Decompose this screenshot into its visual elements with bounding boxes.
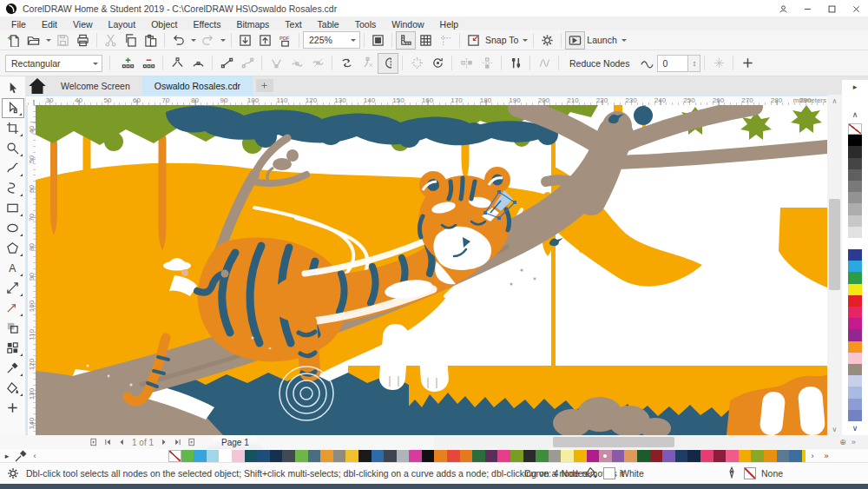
canvas[interactable] [36,105,827,435]
menu-file[interactable]: File [3,19,34,30]
color-swatch[interactable] [270,450,283,462]
new-tab-button[interactable] [256,79,273,92]
reverse-direction-button[interactable] [336,53,357,74]
color-swatch[interactable] [848,387,862,398]
tool-crop[interactable] [2,118,24,138]
color-swatch[interactable] [848,307,862,318]
palette-more-icon[interactable]: » [852,438,856,446]
menu-edit[interactable]: Edit [34,19,65,30]
color-swatch[interactable] [168,450,181,462]
color-swatch[interactable] [848,261,862,272]
menu-effects[interactable]: Effects [185,19,228,30]
cusp-node-button[interactable] [266,53,286,74]
color-swatch[interactable] [848,249,862,261]
color-swatch[interactable] [587,450,600,462]
page-tab[interactable]: Page 1 [207,435,263,449]
tool-bspline[interactable] [2,178,24,198]
preset-select[interactable]: Rectangular [5,55,102,72]
select-all-nodes-button[interactable] [708,53,729,74]
undo-button[interactable] [168,31,188,50]
color-swatch[interactable] [848,295,862,307]
menu-view[interactable]: View [65,19,101,30]
account-button[interactable] [771,0,795,17]
color-swatch[interactable] [207,450,220,462]
color-swatch[interactable] [848,123,862,135]
color-swatch[interactable] [650,450,663,462]
vertical-scrollbar[interactable]: ∧ ∨ [827,95,842,435]
launch-caret[interactable] [621,39,627,44]
tool-freehand[interactable] [2,158,24,178]
import-button[interactable] [235,31,255,50]
tab-document[interactable]: Oswaldo Rosales.cdr [142,76,253,95]
color-swatch[interactable] [434,450,447,462]
color-swatch[interactable] [848,146,862,157]
vertical-scroll-thumb[interactable] [829,199,840,290]
menu-layout[interactable]: Layout [101,19,144,30]
reflect-vertical-button[interactable] [477,53,497,74]
color-swatch[interactable] [848,192,862,203]
color-swatch[interactable] [713,450,727,462]
fullscreen-preview-button[interactable] [368,31,388,50]
color-swatch[interactable] [282,450,295,462]
color-swatch[interactable] [789,450,802,462]
color-swatch[interactable] [257,450,270,462]
scroll-up-icon[interactable]: ∧ [827,95,842,107]
tab-welcome-screen[interactable]: Welcome Screen [49,76,142,95]
undo-dropdown-caret[interactable] [191,39,196,44]
palette-scroll-up-icon[interactable]: ∧ [852,108,858,122]
color-swatch[interactable] [232,450,245,462]
new-document-button[interactable] [3,31,23,50]
color-swatch[interactable] [485,450,498,462]
color-swatch[interactable] [345,450,358,462]
minimize-button[interactable] [795,0,819,17]
tool-rectangle[interactable] [2,198,24,218]
add-page-before-button[interactable] [87,436,101,448]
curve-smoothness-stepper[interactable]: ↕ [688,55,700,72]
color-swatch[interactable] [848,329,862,340]
color-swatch[interactable] [561,450,574,462]
options-gear-button[interactable] [537,31,557,50]
color-swatch[interactable] [397,450,410,462]
open-dropdown-caret[interactable] [46,39,51,44]
bottom-palette-eyedropper-icon[interactable] [14,450,28,462]
tool-polygon[interactable] [2,238,24,258]
color-swatch[interactable] [612,450,625,462]
tool-ellipse[interactable] [2,218,24,238]
add-property-button[interactable] [737,53,758,74]
first-page-button[interactable] [101,436,115,448]
menu-window[interactable]: Window [384,19,431,30]
export-button[interactable] [255,31,275,50]
color-swatch[interactable] [848,410,862,421]
redo-dropdown-caret[interactable] [220,39,226,44]
palette-scroll-down-icon[interactable]: ∨ [852,421,858,435]
tool-mesh-fill[interactable] [2,338,24,358]
tool-transparency[interactable] [2,318,24,338]
color-swatch[interactable] [510,450,523,462]
color-swatch[interactable] [675,450,688,462]
symmetrical-node-button[interactable] [307,53,328,74]
show-guidelines-button[interactable] [436,31,456,50]
paste-button[interactable] [141,31,161,50]
color-swatch[interactable] [245,450,258,462]
vertical-ruler[interactable]: 405060708090100110120130140 [26,105,36,435]
bottom-palette-expand-icon[interactable]: » [819,450,833,462]
publish-pdf-button[interactable]: PDF [275,31,295,50]
color-swatch[interactable] [599,450,612,462]
color-swatch[interactable] [574,450,587,462]
color-swatch[interactable] [848,353,862,364]
color-swatch[interactable] [848,181,862,192]
tool-interactive-fill[interactable] [2,378,24,398]
launch-icon[interactable] [565,31,585,50]
reduce-nodes-button[interactable]: Reduce Nodes [562,58,636,69]
menu-help[interactable]: Help [432,19,467,30]
tool-text[interactable]: A [2,258,24,278]
color-swatch[interactable] [549,450,562,462]
menu-table[interactable]: Table [310,19,347,30]
color-swatch[interactable] [472,450,485,462]
menu-bitmaps[interactable]: Bitmaps [228,19,277,30]
color-swatch[interactable] [848,284,862,295]
previous-page-button[interactable] [115,436,128,448]
color-swatch[interactable] [700,450,713,462]
close-curve-button[interactable] [378,53,398,74]
color-swatch[interactable] [848,399,862,410]
